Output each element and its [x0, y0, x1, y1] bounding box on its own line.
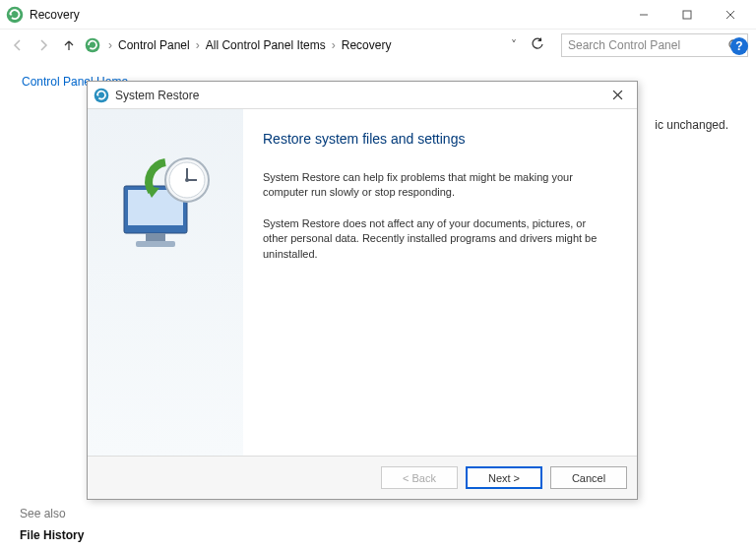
chevron-right-icon: ›	[106, 38, 114, 52]
dialog-title: System Restore	[115, 89, 603, 102]
dialog-paragraph-1: System Restore can help fix problems tha…	[263, 170, 613, 201]
breadcrumb: › Control Panel › All Control Panel Item…	[106, 36, 500, 54]
background-text-fragment: ic unchanged.	[655, 118, 728, 132]
address-bar: › Control Panel › All Control Panel Item…	[0, 30, 756, 61]
crumb-all-items[interactable]: All Control Panel Items	[204, 36, 328, 54]
refresh-button[interactable]	[528, 37, 547, 54]
maximize-button[interactable]	[665, 1, 709, 29]
chevron-right-icon: ›	[194, 38, 202, 52]
svg-rect-2	[683, 11, 691, 19]
dialog-close-button[interactable]	[603, 85, 631, 106]
crumb-control-panel[interactable]: Control Panel	[116, 36, 192, 54]
dialog-sidebar	[88, 109, 243, 456]
cancel-button[interactable]: Cancel	[550, 466, 627, 489]
back-button[interactable]	[8, 35, 28, 55]
dialog-paragraph-2: System Restore does not affect any of yo…	[263, 216, 613, 262]
window-titlebar: Recovery	[0, 0, 756, 30]
location-icon	[85, 37, 100, 53]
address-dropdown-button[interactable]: ˅	[506, 38, 522, 52]
system-restore-icon	[94, 88, 109, 103]
system-restore-dialog: System Restore	[87, 81, 638, 500]
help-icon[interactable]: ?	[730, 37, 748, 55]
svg-rect-13	[146, 233, 165, 241]
window-title: Recovery	[30, 8, 622, 22]
crumb-recovery[interactable]: Recovery	[340, 36, 394, 54]
svg-point-19	[185, 178, 189, 182]
system-restore-illustration-icon	[106, 153, 224, 261]
dialog-body: Restore system files and settings System…	[88, 109, 637, 456]
chevron-right-icon: ›	[330, 38, 338, 52]
search-placeholder: Search Control Panel	[568, 38, 727, 52]
forward-button[interactable]	[33, 35, 53, 55]
dialog-titlebar: System Restore	[88, 82, 637, 109]
search-input[interactable]: Search Control Panel	[561, 33, 748, 57]
see-also-heading: See also	[20, 507, 66, 520]
svg-rect-14	[136, 241, 175, 247]
minimize-button[interactable]	[622, 1, 665, 29]
dialog-main: Restore system files and settings System…	[243, 109, 637, 456]
dialog-heading: Restore system files and settings	[263, 131, 613, 147]
next-button[interactable]: Next >	[466, 466, 542, 489]
close-button[interactable]	[709, 1, 752, 29]
dialog-footer: < Back Next > Cancel	[88, 456, 637, 499]
file-history-link[interactable]: File History	[20, 528, 84, 542]
recovery-app-icon	[6, 6, 24, 24]
up-button[interactable]	[59, 35, 79, 55]
back-button: < Back	[381, 466, 458, 489]
